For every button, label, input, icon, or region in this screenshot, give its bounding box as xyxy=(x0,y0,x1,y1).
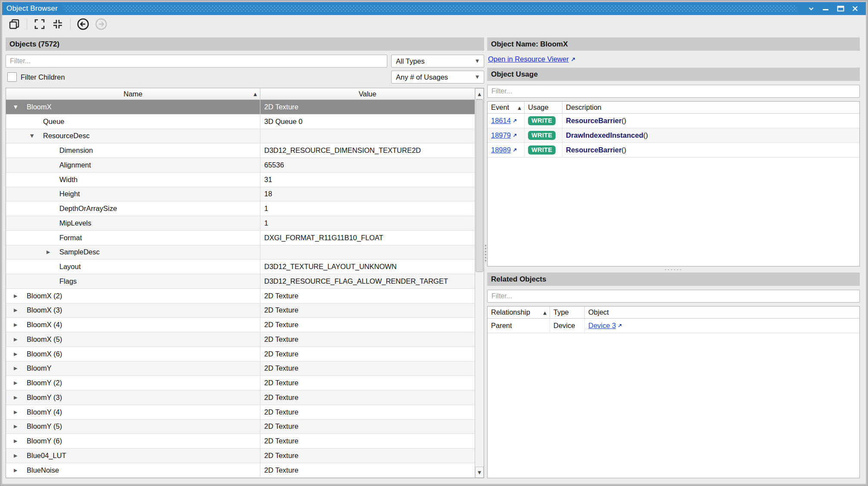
expander-icon[interactable]: ▶ xyxy=(14,380,27,386)
filter-children-checkbox[interactable] xyxy=(7,72,17,82)
table-row[interactable]: ▼ BloomX 2D Texture xyxy=(6,100,475,115)
splitter-handle-icon xyxy=(664,269,683,270)
object-usage-table: Event ▲ Usage Description 18614 xyxy=(487,101,860,266)
usage-count-filter-dropdown[interactable]: Any # of Usages ▼ xyxy=(391,71,484,84)
expander-icon[interactable]: ▶ xyxy=(46,249,59,255)
open-in-resource-viewer-link[interactable]: Open in Resource Viewer xyxy=(488,55,569,63)
table-row[interactable]: ▶ BloomY (6) 2D Texture xyxy=(6,434,475,449)
column-header-type[interactable]: Type xyxy=(550,306,585,318)
column-header-event[interactable]: Event ▲ xyxy=(488,102,525,113)
expander-icon[interactable]: ▶ xyxy=(14,293,27,299)
table-row[interactable]: DepthOrArraySize 1 xyxy=(6,201,475,216)
table-row[interactable]: Flags D3D12_RESOURCE_FLAG_ALLOW_RENDER_T… xyxy=(6,274,475,289)
table-row[interactable]: Dimension D3D12_RESOURCE_DIMENSION_TEXTU… xyxy=(6,143,475,158)
table-row[interactable]: ▶ BloomY (4) 2D Texture xyxy=(6,405,475,420)
panel-splitter[interactable] xyxy=(484,37,487,478)
tree-item-value: 2D Texture xyxy=(264,364,299,372)
event-link[interactable]: 18989 xyxy=(491,146,511,154)
related-row[interactable]: Parent Device Device 3 xyxy=(488,319,859,333)
expander-icon[interactable]: ▶ xyxy=(14,322,27,328)
expander-icon[interactable]: ▶ xyxy=(14,424,27,429)
expander-icon[interactable]: ▶ xyxy=(14,453,27,458)
tree-item-value: 2D Texture xyxy=(264,452,299,460)
scroll-up-button[interactable]: ▲ xyxy=(475,88,484,99)
expand-all-button[interactable] xyxy=(32,17,47,31)
expander-icon[interactable]: ▼ xyxy=(30,133,43,139)
table-row[interactable]: MipLevels 1 xyxy=(6,216,475,231)
navigate-forward-button[interactable] xyxy=(93,17,109,31)
column-header-description[interactable]: Description xyxy=(562,102,859,113)
scrollbar-track[interactable] xyxy=(475,99,484,467)
table-row[interactable]: ▼ ResourceDesc xyxy=(6,129,475,144)
related-filter-input[interactable] xyxy=(487,290,860,303)
table-row[interactable]: Width 31 xyxy=(6,173,475,187)
column-header-usage[interactable]: Usage xyxy=(525,102,562,113)
sort-ascending-icon: ▲ xyxy=(518,105,521,110)
usage-row[interactable]: 18989 WRITE ResourceBarrier() xyxy=(488,143,859,158)
navigate-back-button[interactable] xyxy=(75,17,91,31)
usage-row[interactable]: 18614 WRITE ResourceBarrier() xyxy=(488,114,859,128)
expander-icon[interactable]: ▶ xyxy=(14,337,27,342)
table-row[interactable]: ▶ Blue04_LUT 2D Texture xyxy=(6,449,475,463)
table-row[interactable]: ▶ SampleDesc xyxy=(6,245,475,260)
objects-filter-input[interactable] xyxy=(6,55,387,68)
expander-icon[interactable]: ▶ xyxy=(14,409,27,415)
tree-item-label: SampleDesc xyxy=(59,248,100,256)
table-row[interactable]: Height 18 xyxy=(6,187,475,202)
table-row[interactable]: ▶ BloomX (3) 2D Texture xyxy=(6,303,475,318)
toolbar xyxy=(2,15,866,33)
shade-button[interactable] xyxy=(804,3,819,14)
column-header-object[interactable]: Object xyxy=(585,306,859,318)
cascade-windows-button[interactable] xyxy=(6,17,22,31)
column-header-value[interactable]: Value xyxy=(260,88,475,99)
table-row[interactable]: ▶ BlueNoise 2D Texture xyxy=(6,463,475,478)
table-row[interactable]: Format DXGI_FORMAT_R11G11B10_FLOAT xyxy=(6,231,475,245)
expander-icon[interactable]: ▶ xyxy=(14,365,27,371)
table-row[interactable]: ▶ BloomY (5) 2D Texture xyxy=(6,420,475,434)
toolbar-separator xyxy=(70,19,71,30)
table-row[interactable]: ▶ BloomY (2) 2D Texture xyxy=(6,376,475,390)
minimize-button[interactable] xyxy=(819,3,833,14)
expander-icon[interactable]: ▶ xyxy=(14,438,27,444)
table-row[interactable]: ▶ BloomX (4) 2D Texture xyxy=(6,318,475,332)
scroll-down-button[interactable]: ▼ xyxy=(475,467,484,478)
tree-item-label: MipLevels xyxy=(59,219,91,227)
tree-item-value: 2D Texture xyxy=(264,350,299,358)
table-row[interactable]: Alignment 65536 xyxy=(6,158,475,173)
expander-icon[interactable]: ▶ xyxy=(14,307,27,313)
expander-icon[interactable]: ▶ xyxy=(14,467,27,473)
table-row[interactable]: ▶ BloomX (2) 2D Texture xyxy=(6,289,475,303)
usage-header-row: Event ▲ Usage Description xyxy=(488,102,859,114)
usage-filter-input[interactable] xyxy=(487,85,860,98)
expander-icon[interactable]: ▶ xyxy=(14,351,27,357)
close-button[interactable] xyxy=(848,3,862,14)
event-link[interactable]: 18979 xyxy=(491,131,511,139)
table-row[interactable]: ▶ BloomY 2D Texture xyxy=(6,362,475,376)
table-row[interactable]: ▶ BloomX (5) 2D Texture xyxy=(6,332,475,347)
maximize-button[interactable] xyxy=(833,3,848,14)
table-row[interactable]: ▶ BloomX (6) 2D Texture xyxy=(6,347,475,362)
event-link[interactable]: 18614 xyxy=(491,117,511,125)
table-row[interactable]: Queue 3D Queue 0 xyxy=(6,115,475,129)
related-object-link[interactable]: Device 3 xyxy=(588,322,616,330)
forward-arrow-icon xyxy=(95,18,108,31)
sort-ascending-icon: ▲ xyxy=(543,310,547,315)
usage-write-badge: WRITE xyxy=(528,131,556,140)
table-row[interactable]: Layout D3D12_TEXTURE_LAYOUT_UNKNOWN xyxy=(6,260,475,274)
type-filter-dropdown[interactable]: All Types ▼ xyxy=(391,55,484,68)
table-row[interactable]: ▶ BloomY (3) 2D Texture xyxy=(6,390,475,405)
scrollbar-thumb[interactable] xyxy=(476,99,483,272)
usage-row[interactable]: 18979 WRITE DrawIndexedInstanced() xyxy=(488,128,859,143)
expander-icon[interactable]: ▶ xyxy=(14,395,27,400)
tree-item-label: DepthOrArraySize xyxy=(59,204,117,213)
vertical-scrollbar[interactable]: ▲ ▼ xyxy=(475,88,484,478)
collapse-all-button[interactable] xyxy=(50,17,65,31)
title-bar[interactable]: Object Browser xyxy=(2,2,866,15)
tree-item-value: D3D12_TEXTURE_LAYOUT_UNKNOWN xyxy=(264,263,397,271)
column-header-relationship[interactable]: Relationship ▲ xyxy=(488,306,550,318)
column-header-name[interactable]: Name ▲ xyxy=(6,88,260,99)
expander-icon[interactable]: ▼ xyxy=(14,104,27,110)
section-splitter[interactable] xyxy=(487,266,860,272)
object-usage-title: Object Usage xyxy=(487,68,860,81)
chevron-down-icon: ▼ xyxy=(476,74,479,79)
